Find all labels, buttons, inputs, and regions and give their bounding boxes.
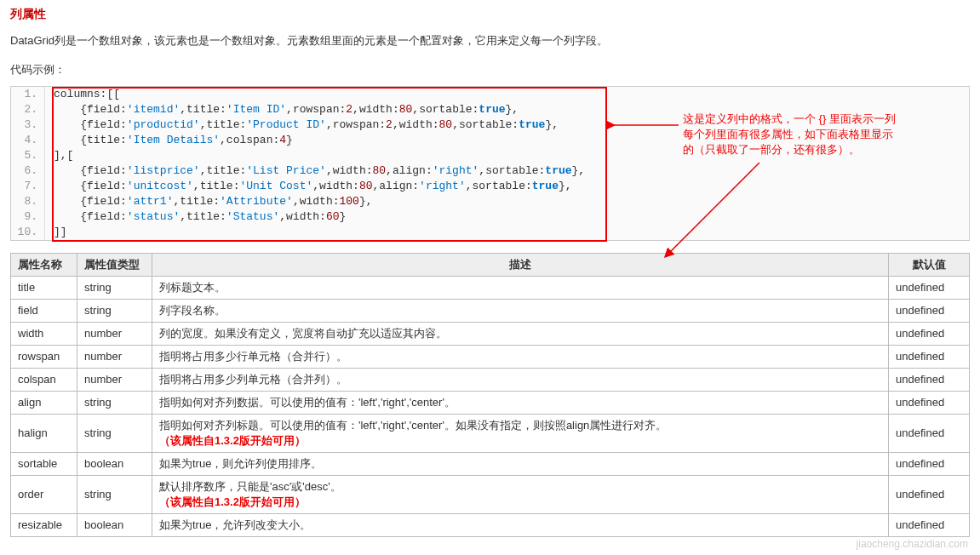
cell-default: undefined (889, 391, 970, 414)
cell-default: undefined (889, 513, 970, 536)
annotation-line-1: 这是定义列中的格式，一个 {} 里面表示一列 (683, 112, 972, 127)
code-line: {field:'listprice',title:'List Price',wi… (45, 163, 585, 179)
watermark-text: jiaocheng.chazidian.com (857, 538, 968, 544)
cell-name: order (11, 475, 77, 513)
cell-name: align (11, 391, 77, 414)
code-row: 2. {field:'itemid',title:'Item ID',rowsp… (11, 102, 585, 117)
cell-type: number (77, 368, 152, 391)
cell-default: undefined (889, 452, 970, 475)
cell-desc: 默认排序数序，只能是'asc'或'desc'。（该属性自1.3.2版开始可用） (152, 475, 889, 513)
cell-type: string (77, 391, 152, 414)
line-number: 9. (11, 209, 45, 225)
cell-default: undefined (889, 299, 970, 322)
cell-type: string (77, 276, 152, 299)
code-line: {field:'status',title:'Status',width:60} (45, 209, 585, 225)
cell-name: width (11, 322, 77, 345)
table-row: orderstring默认排序数序，只能是'asc'或'desc'。（该属性自1… (11, 475, 970, 513)
cell-name: resizable (11, 513, 77, 536)
code-with-annotation: 1.columns:[[2. {field:'itemid',title:'It… (10, 86, 970, 241)
code-row: 5.],[ (11, 148, 585, 163)
cell-type: boolean (77, 513, 152, 536)
table-row: rowspannumber指明将占用多少行单元格（合并行）。undefined (11, 345, 970, 368)
cell-default: undefined (889, 475, 970, 513)
annotation-line-3: 的（只截取了一部分，还有很多）。 (683, 142, 972, 157)
cell-name: rowspan (11, 345, 77, 368)
line-number: 7. (11, 179, 45, 194)
version-note: （该属性自1.3.2版开始可用） (159, 434, 306, 447)
version-note: （该属性自1.3.2版开始可用） (159, 495, 306, 508)
code-lines: 1.columns:[[2. {field:'itemid',title:'It… (11, 87, 585, 240)
line-number: 2. (11, 102, 45, 117)
table-row: alignstring指明如何对齐列数据。可以使用的值有：'left','rig… (11, 391, 970, 414)
code-line: columns:[[ (45, 87, 585, 102)
line-number: 4. (11, 133, 45, 148)
code-row: 6. {field:'listprice',title:'List Price'… (11, 163, 585, 179)
cell-desc: 列的宽度。如果没有定义，宽度将自动扩充以适应其内容。 (152, 322, 889, 345)
cell-default: undefined (889, 322, 970, 345)
line-number: 3. (11, 117, 45, 133)
section-heading: 列属性 (10, 7, 970, 22)
annotation-text: 这是定义列中的格式，一个 {} 里面表示一列 每个列里面有很多属性，如下面表格里… (683, 112, 972, 157)
cell-type: number (77, 345, 152, 368)
code-row: 9. {field:'status',title:'Status',width:… (11, 209, 585, 225)
line-number: 5. (11, 148, 45, 163)
cell-default: undefined (889, 345, 970, 368)
col-header-desc: 描述 (152, 253, 889, 276)
col-header-type: 属性值类型 (77, 253, 152, 276)
line-number: 1. (11, 87, 45, 102)
code-line: {field:'productid',title:'Product ID',ro… (45, 117, 585, 133)
table-row: colspannumber指明将占用多少列单元格（合并列）。undefined (11, 368, 970, 391)
cell-desc: 指明如何对齐列标题。可以使用的值有：'left','right','center… (152, 414, 889, 452)
cell-type: string (77, 299, 152, 322)
cell-desc: 如果为true，允许列改变大小。 (152, 513, 889, 536)
table-row: widthnumber列的宽度。如果没有定义，宽度将自动扩充以适应其内容。und… (11, 322, 970, 345)
code-row: 4. {title:'Item Details',colspan:4} (11, 133, 585, 148)
cell-name: title (11, 276, 77, 299)
cell-type: string (77, 414, 152, 452)
code-line: {field:'itemid',title:'Item ID',rowspan:… (45, 102, 585, 117)
table-row: titlestring列标题文本。undefined (11, 276, 970, 299)
cell-default: undefined (889, 276, 970, 299)
annotation-line-2: 每个列里面有很多属性，如下面表格里显示 (683, 127, 972, 142)
properties-table: 属性名称 属性值类型 描述 默认值 titlestring列标题文本。undef… (10, 253, 970, 537)
code-line: {field:'unitcost',title:'Unit Cost',widt… (45, 179, 585, 194)
code-block: 1.columns:[[2. {field:'itemid',title:'It… (10, 86, 970, 241)
intro-paragraph: DataGrid列是一个数组对象，该元素也是一个数组对象。元素数组里面的元素是一… (10, 32, 970, 50)
line-number: 6. (11, 163, 45, 179)
line-number: 8. (11, 194, 45, 209)
table-row: resizableboolean如果为true，允许列改变大小。undefine… (11, 513, 970, 536)
col-header-name: 属性名称 (11, 253, 77, 276)
cell-desc: 指明将占用多少列单元格（合并列）。 (152, 368, 889, 391)
cell-type: boolean (77, 452, 152, 475)
code-row: 10.]] (11, 225, 585, 240)
code-line: {field:'attr1',title:'Attribute',width:1… (45, 194, 585, 209)
cell-name: sortable (11, 452, 77, 475)
table-row: halignstring指明如何对齐列标题。可以使用的值有：'left','ri… (11, 414, 970, 452)
cell-desc: 指明将占用多少行单元格（合并行）。 (152, 345, 889, 368)
cell-type: string (77, 475, 152, 513)
cell-default: undefined (889, 414, 970, 452)
code-line: ],[ (45, 148, 585, 163)
code-row: 7. {field:'unitcost',title:'Unit Cost',w… (11, 179, 585, 194)
col-header-default: 默认值 (889, 253, 970, 276)
code-row: 3. {field:'productid',title:'Product ID'… (11, 117, 585, 133)
cell-type: number (77, 322, 152, 345)
cell-default: undefined (889, 368, 970, 391)
line-number: 10. (11, 225, 45, 240)
code-row: 8. {field:'attr1',title:'Attribute',widt… (11, 194, 585, 209)
cell-desc: 列字段名称。 (152, 299, 889, 322)
cell-desc: 指明如何对齐列数据。可以使用的值有：'left','right','center… (152, 391, 889, 414)
table-row: fieldstring列字段名称。undefined (11, 299, 970, 322)
cell-desc: 列标题文本。 (152, 276, 889, 299)
code-row: 1.columns:[[ (11, 87, 585, 102)
code-example-label: 代码示例： (10, 62, 970, 77)
cell-name: halign (11, 414, 77, 452)
code-line: {title:'Item Details',colspan:4} (45, 133, 585, 148)
cell-desc: 如果为true，则允许列使用排序。 (152, 452, 889, 475)
cell-name: colspan (11, 368, 77, 391)
table-row: sortableboolean如果为true，则允许列使用排序。undefine… (11, 452, 970, 475)
code-line: ]] (45, 225, 585, 240)
cell-name: field (11, 299, 77, 322)
table-header-row: 属性名称 属性值类型 描述 默认值 (11, 253, 970, 276)
